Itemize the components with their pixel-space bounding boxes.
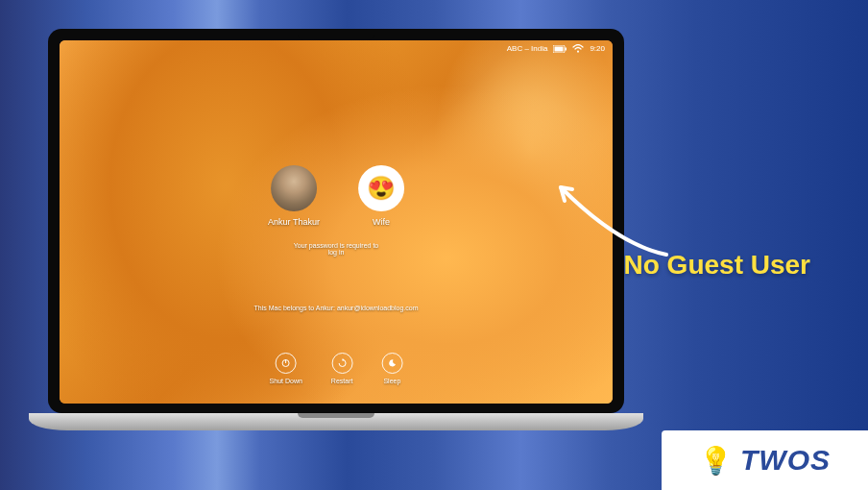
laptop-frame: ABC – India 9:20 Ankur Thakur 😍 Wife — [48, 29, 624, 452]
svg-rect-1 — [555, 46, 564, 51]
user-account-ankur[interactable]: Ankur Thakur — [268, 165, 320, 227]
login-screen: ABC – India 9:20 Ankur Thakur 😍 Wife — [60, 40, 613, 404]
screen-bezel: ABC – India 9:20 Ankur Thakur 😍 Wife — [48, 29, 624, 413]
battery-icon[interactable] — [553, 45, 567, 53]
user-accounts-row: Ankur Thakur 😍 Wife — [268, 165, 404, 227]
system-buttons-row: Shut Down Restart Sleep — [270, 353, 403, 384]
menu-bar: ABC – India 9:20 — [507, 44, 605, 53]
input-source-label[interactable]: ABC – India — [507, 44, 548, 53]
annotation-text: No Guest User — [624, 250, 811, 281]
button-label: Restart — [331, 378, 353, 384]
display-notch — [298, 29, 374, 40]
sleep-button[interactable]: Sleep — [381, 353, 402, 384]
restart-icon — [331, 353, 352, 374]
user-account-wife[interactable]: 😍 Wife — [358, 165, 404, 227]
logo-badge: 💡 TWOS — [662, 430, 868, 490]
svg-rect-2 — [566, 47, 567, 50]
logo-text: TWOS — [740, 444, 831, 477]
user-name-label: Wife — [373, 217, 390, 227]
wifi-icon[interactable] — [572, 44, 584, 53]
menubar-time[interactable]: 9:20 — [590, 44, 605, 53]
restart-button[interactable]: Restart — [331, 353, 353, 384]
button-label: Shut Down — [270, 378, 302, 384]
power-icon — [276, 353, 297, 374]
shut-down-button[interactable]: Shut Down — [270, 353, 302, 384]
button-label: Sleep — [383, 378, 400, 384]
user-name-label: Ankur Thakur — [268, 217, 320, 227]
avatar: 😍 — [358, 165, 404, 211]
laptop-base — [29, 413, 643, 430]
avatar — [271, 165, 317, 211]
password-prompt: Your password is required to log in — [294, 242, 378, 256]
sleep-icon — [381, 353, 402, 374]
owner-info-line: This Mac belongs to Ankur: ankur@idownlo… — [254, 305, 419, 311]
svg-point-3 — [577, 51, 579, 53]
lightbulb-icon: 💡 — [699, 445, 733, 477]
